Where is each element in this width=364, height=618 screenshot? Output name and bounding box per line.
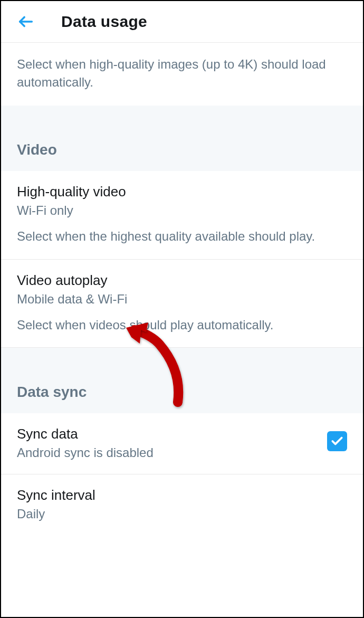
setting-video-autoplay[interactable]: Video autoplay Mobile data & Wi-Fi Selec… — [1, 260, 363, 348]
setting-value: Android sync is disabled — [17, 445, 347, 460]
setting-value: Mobile data & Wi-Fi — [17, 292, 347, 307]
setting-sync-data[interactable]: Sync data Android sync is disabled — [1, 413, 363, 474]
header-bar: Data usage — [1, 1, 363, 43]
setting-title: Sync data — [17, 426, 347, 442]
setting-title: Video autoplay — [17, 272, 347, 289]
section-header-video: Video — [1, 106, 363, 171]
checkbox-checked-icon[interactable] — [327, 431, 347, 451]
images-description: Select when high-quality images (up to 4… — [1, 43, 363, 106]
setting-value: Wi-Fi only — [17, 203, 347, 218]
page-title: Data usage — [61, 13, 147, 31]
setting-description: Select when the highest quality availabl… — [17, 227, 347, 245]
setting-title: High-quality video — [17, 184, 347, 200]
setting-high-quality-video[interactable]: High-quality video Wi-Fi only Select whe… — [1, 171, 363, 260]
setting-sync-interval[interactable]: Sync interval Daily — [1, 474, 363, 535]
setting-title: Sync interval — [17, 487, 347, 503]
section-header-data-sync: Data sync — [1, 348, 363, 413]
setting-description: Select when videos should play automatic… — [17, 316, 347, 334]
setting-value: Daily — [17, 507, 347, 521]
back-arrow-icon[interactable] — [17, 13, 35, 31]
